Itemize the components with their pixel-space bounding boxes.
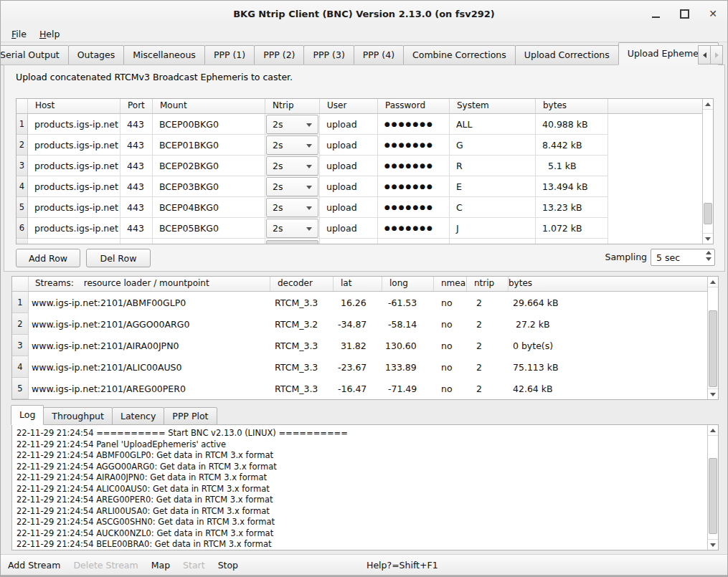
- cell-user[interactable]: upload: [320, 114, 378, 135]
- tab-ppp-2[interactable]: PPP (2): [254, 45, 304, 65]
- column-header-lat[interactable]: lat: [334, 277, 382, 291]
- column-header-host[interactable]: Host: [28, 99, 120, 113]
- cell-mount[interactable]: BCEP04BKG0: [153, 197, 265, 218]
- add-row-button[interactable]: Add Row: [16, 249, 80, 267]
- stream-row[interactable]: 4www.igs-ip.net:2101/ALIC00AUS0RTCM_3.3-…: [12, 356, 718, 378]
- cell-lat: -16.47: [334, 378, 382, 399]
- tab-scroll-right-button[interactable]: [710, 45, 723, 65]
- column-header-ntrip[interactable]: Ntrip: [265, 99, 320, 113]
- streams-body: 1www.igs-ip.net:2101/ABMF00GLP0RTCM_3.3 …: [12, 292, 718, 399]
- cell-user[interactable]: upload: [320, 176, 378, 197]
- tab-serial-output[interactable]: Serial Output: [1, 45, 69, 65]
- cell-port[interactable]: 443: [120, 156, 153, 176]
- title-bar[interactable]: BKG Ntrip Client (BNC) Version 2.13.0 (o…: [1, 1, 727, 27]
- cell-system[interactable]: E: [450, 176, 536, 197]
- cell-mount[interactable]: BCEP00BKG0: [153, 114, 265, 135]
- tab-log[interactable]: Log: [11, 405, 44, 425]
- ntrip-dropdown[interactable]: 2s: [266, 198, 318, 217]
- cell-system[interactable]: R: [450, 156, 536, 176]
- column-header-long[interactable]: long: [382, 277, 434, 291]
- column-header-bytes[interactable]: bytes: [509, 277, 718, 291]
- stream-row[interactable]: 3www.igs-ip.net:2101/AIRA00JPN0RTCM_3.3 …: [12, 335, 718, 356]
- status-action-map[interactable]: Map: [151, 560, 170, 571]
- cell-host[interactable]: products.igs-ip.net: [28, 197, 120, 218]
- status-action-start: Start: [183, 560, 205, 571]
- del-row-button[interactable]: Del Row: [86, 249, 151, 267]
- cell-user[interactable]: upload: [320, 135, 378, 156]
- cell-password[interactable]: ●●●●●●●: [378, 197, 450, 218]
- cell-port[interactable]: 443: [120, 218, 153, 239]
- tab-ppp-4[interactable]: PPP (4): [354, 45, 404, 65]
- cell-system[interactable]: J: [450, 218, 536, 239]
- cell-system[interactable]: G: [450, 135, 536, 156]
- column-header-bytes[interactable]: bytes: [536, 99, 608, 113]
- cell-mount[interactable]: BCEP01BKG0: [153, 135, 265, 156]
- tab-scroll-left-button[interactable]: [698, 45, 711, 65]
- cell-port[interactable]: 443: [120, 197, 153, 218]
- tab-ppp-1[interactable]: PPP (1): [204, 45, 255, 65]
- ntrip-dropdown[interactable]: 2s: [266, 156, 318, 176]
- cell-password[interactable]: ●●●●●●●: [378, 176, 450, 197]
- chevron-down-icon: [306, 165, 312, 168]
- status-action-stop[interactable]: Stop: [218, 560, 238, 571]
- table-row: 4products.igs-ip.net443BCEP03BKG02suploa…: [16, 176, 713, 197]
- column-header-port[interactable]: Port: [120, 99, 153, 113]
- close-button[interactable]: ✕: [707, 8, 719, 19]
- cell-host[interactable]: products.igs-ip.net: [28, 218, 120, 239]
- cell-password[interactable]: ●●●●●●●: [378, 218, 450, 239]
- tab-upload-corrections[interactable]: Upload Corrections: [515, 45, 619, 65]
- tab-latency[interactable]: Latency: [112, 407, 164, 425]
- tab-ppp-3[interactable]: PPP (3): [303, 45, 354, 65]
- column-header-streams[interactable]: Streams:resource loader / mountpoint: [29, 277, 270, 291]
- cell-port[interactable]: 443: [120, 114, 153, 135]
- menu-file[interactable]: File: [5, 27, 33, 41]
- cell-ntrip: 2s: [265, 218, 320, 239]
- cell-password[interactable]: ●●●●●●●: [378, 114, 450, 135]
- column-header-nmea[interactable]: nmea: [434, 277, 467, 291]
- minimize-button[interactable]: [650, 8, 661, 19]
- tab-combine-corrections[interactable]: Combine Corrections: [403, 45, 516, 65]
- tab-miscellaneous[interactable]: Miscellaneous: [123, 45, 205, 65]
- stream-row[interactable]: 5www.igs-ip.net:2101/AREG00PER0RTCM_3.3-…: [12, 378, 718, 399]
- cell-password[interactable]: ●●●●●●●: [378, 156, 450, 176]
- cell-mount[interactable]: BCEP03BKG0: [153, 176, 265, 197]
- column-header-password[interactable]: Password: [378, 99, 450, 113]
- ntrip-dropdown[interactable]: 2s: [266, 115, 318, 134]
- column-header-ntrip[interactable]: ntrip: [467, 277, 509, 291]
- column-header-user[interactable]: User: [320, 99, 378, 113]
- stream-row[interactable]: 2www.igs-ip.net:2101/AGGO00ARG0RTCM_3.2-…: [12, 313, 718, 335]
- cell-user[interactable]: upload: [320, 156, 378, 176]
- status-action-add-stream[interactable]: Add Stream: [8, 560, 60, 571]
- tab-outages[interactable]: Outages: [68, 45, 124, 65]
- cell-port[interactable]: 443: [120, 135, 153, 156]
- log-view[interactable]: 22-11-29 21:24:54 ========== Start BNC v…: [11, 424, 719, 550]
- column-header-system[interactable]: System: [450, 99, 536, 113]
- tab-throughput[interactable]: Throughput: [43, 407, 113, 425]
- tab-ppp-plot[interactable]: PPP Plot: [164, 407, 217, 425]
- ntrip-dropdown[interactable]: 2s: [266, 219, 318, 238]
- cell-user[interactable]: upload: [320, 197, 378, 218]
- cell-host[interactable]: products.igs-ip.net: [28, 176, 120, 197]
- cell-host[interactable]: products.igs-ip.net: [28, 156, 120, 176]
- stream-row[interactable]: 1www.igs-ip.net:2101/ABMF00GLP0RTCM_3.3 …: [12, 292, 718, 313]
- streams-table[interactable]: Streams:resource loader / mountpointdeco…: [11, 276, 719, 400]
- cell-port[interactable]: 443: [120, 176, 153, 197]
- cell-password[interactable]: ●●●●●●●: [378, 135, 450, 156]
- row-number: 3: [12, 335, 29, 356]
- cell-mount[interactable]: BCEP05BKG0: [153, 218, 265, 239]
- column-header-mount[interactable]: Mount: [153, 99, 265, 113]
- cell-system[interactable]: C: [450, 197, 536, 218]
- menu-help[interactable]: Help: [33, 27, 67, 41]
- cell-ntrip: 2: [467, 313, 509, 335]
- table-row: 5products.igs-ip.net443BCEP04BKG02suploa…: [16, 197, 713, 218]
- cell-host[interactable]: products.igs-ip.net: [28, 114, 120, 135]
- column-header-decoder[interactable]: decoder: [270, 277, 334, 291]
- cell-mount[interactable]: BCEP02BKG0: [153, 156, 265, 176]
- ephemeris-upload-table[interactable]: HostPortMountNtripUserPasswordSystembyte…: [16, 98, 714, 244]
- ntrip-dropdown[interactable]: 2s: [266, 135, 318, 155]
- cell-host[interactable]: products.igs-ip.net: [28, 135, 120, 156]
- ntrip-dropdown[interactable]: 2s: [266, 177, 318, 196]
- cell-user[interactable]: upload: [320, 218, 378, 239]
- cell-system[interactable]: ALL: [450, 114, 536, 135]
- maximize-button[interactable]: [679, 8, 690, 19]
